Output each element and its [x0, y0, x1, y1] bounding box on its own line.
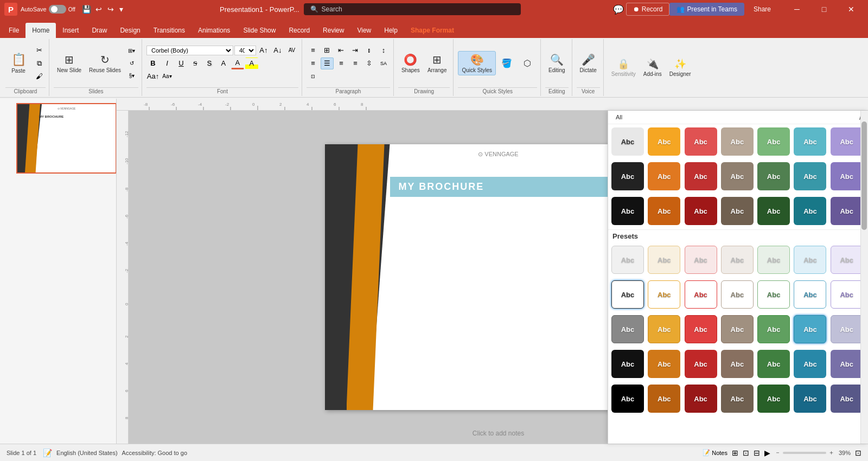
- tab-draw[interactable]: Draw: [85, 23, 113, 38]
- normal-view-button[interactable]: ⊞: [732, 449, 738, 457]
- shape-fill-button[interactable]: 🪣: [497, 56, 516, 70]
- style-cell-style-row1-3[interactable]: Abc: [721, 127, 754, 156]
- style-cell-preset-row1-6[interactable]: Abc: [831, 246, 863, 274]
- zoom-in-button[interactable]: ＋: [828, 449, 834, 457]
- style-cell-style-row2-0[interactable]: Abc: [611, 162, 644, 190]
- shapes-button[interactable]: ⭕ Shapes: [398, 52, 423, 75]
- style-cell-style-row2-5[interactable]: Abc: [794, 162, 826, 190]
- paste-button[interactable]: 📋 Paste: [5, 51, 31, 75]
- style-cell-preset-row4-3[interactable]: Abc: [721, 350, 754, 378]
- style-cell-style-row2-3[interactable]: Abc: [721, 162, 754, 190]
- bullets-button[interactable]: ≡: [307, 44, 320, 56]
- style-cell-preset-row5-1[interactable]: Abc: [648, 385, 680, 413]
- zoom-out-button[interactable]: －: [775, 449, 781, 457]
- quick-styles-button[interactable]: 🎨 Quick Styles: [458, 51, 496, 75]
- autosave-switch[interactable]: [49, 5, 66, 14]
- arrange-button[interactable]: ⊞ Arrange: [424, 52, 450, 75]
- style-cell-preset-row1-2[interactable]: Abc: [685, 246, 717, 274]
- tab-shapeformat[interactable]: Shape Format: [404, 23, 461, 38]
- char-spacing-button[interactable]: AV: [285, 44, 298, 56]
- align-center-button[interactable]: ☰: [321, 57, 334, 69]
- slide-sorter-button[interactable]: ⊡: [743, 449, 749, 457]
- tab-slideshow[interactable]: Slide Show: [237, 23, 282, 38]
- section-button[interactable]: §▾: [125, 70, 138, 82]
- font-color-button[interactable]: A: [231, 57, 244, 69]
- add-ins-button[interactable]: 🔌 Add-ins: [640, 56, 665, 79]
- underline-button[interactable]: U: [175, 57, 188, 69]
- add-text-box-button[interactable]: ⊡: [307, 71, 320, 82]
- all-styles-button[interactable]: All: [612, 113, 626, 121]
- highlight-button[interactable]: A: [245, 57, 258, 69]
- designer-button[interactable]: ✨ Designer: [666, 56, 694, 79]
- share-button[interactable]: Share: [744, 3, 780, 16]
- copy-button[interactable]: ⧉: [33, 57, 46, 69]
- shadow-button[interactable]: S: [203, 57, 216, 69]
- style-cell-style-row3-6[interactable]: Abc: [831, 197, 863, 225]
- dictate-button[interactable]: 🎤 Dictate: [577, 52, 600, 75]
- font-size-select[interactable]: 40: [234, 46, 256, 55]
- decrease-font-button[interactable]: A↓: [271, 44, 284, 56]
- format-painter-button[interactable]: 🖌: [33, 71, 46, 82]
- zoom-slider[interactable]: [783, 452, 826, 454]
- fit-slide-button[interactable]: ⊡: [855, 449, 861, 457]
- numbering-button[interactable]: ⊞: [321, 44, 334, 56]
- style-cell-style-row1-0[interactable]: Abc: [611, 127, 644, 156]
- justify-button[interactable]: ≡: [349, 57, 362, 69]
- scrollbar-track[interactable]: [860, 111, 868, 444]
- tab-review[interactable]: Review: [316, 23, 350, 38]
- style-cell-style-row3-0[interactable]: Abc: [611, 197, 644, 225]
- cut-button[interactable]: ✂: [33, 44, 46, 56]
- editing-button[interactable]: 🔍 Editing: [545, 52, 569, 75]
- tab-animations[interactable]: Animations: [192, 23, 237, 38]
- style-cell-preset-row1-0[interactable]: Abc: [611, 246, 644, 274]
- style-cell-preset-row3-2[interactable]: Abc: [685, 315, 717, 343]
- tab-transitions[interactable]: Transitions: [147, 23, 192, 38]
- reading-view-button[interactable]: ⊟: [754, 449, 760, 457]
- reset-button[interactable]: ↺: [125, 57, 138, 69]
- reuse-slides-button[interactable]: ↻ Reuse Slides: [86, 52, 124, 75]
- decrease-indent-button[interactable]: ⇤: [335, 44, 348, 56]
- sensitivity-button[interactable]: 🔒 Sensitivity: [608, 56, 639, 79]
- style-cell-style-row3-4[interactable]: Abc: [757, 197, 790, 225]
- style-cell-style-row1-2[interactable]: Abc: [685, 127, 717, 156]
- autosave-toggle[interactable]: AutoSave Off: [21, 5, 75, 14]
- align-right-button[interactable]: ≡: [335, 57, 348, 69]
- style-cell-preset-row2-3[interactable]: Abc: [721, 280, 754, 309]
- tab-file[interactable]: File: [2, 23, 25, 38]
- style-cell-preset-row2-6[interactable]: Abc: [831, 280, 863, 309]
- style-cell-preset-row3-3[interactable]: Abc: [721, 315, 754, 343]
- tab-insert[interactable]: Insert: [56, 23, 85, 38]
- line-spacing-button[interactable]: ↕: [377, 44, 390, 56]
- spell-check-icon[interactable]: 📝: [43, 449, 52, 457]
- smartart-button[interactable]: SA: [377, 57, 390, 69]
- style-cell-style-row1-1[interactable]: Abc: [648, 127, 680, 156]
- shape-outline-button[interactable]: ⬡: [518, 56, 537, 70]
- style-cell-preset-row3-5[interactable]: Abc: [794, 315, 826, 343]
- tab-design[interactable]: Design: [113, 23, 146, 38]
- style-cell-style-row1-5[interactable]: Abc: [794, 127, 826, 156]
- style-cell-style-row1-6[interactable]: Abc: [831, 127, 863, 156]
- style-cell-style-row1-4[interactable]: Abc: [757, 127, 790, 156]
- text-direction-button[interactable]: ⇳: [363, 57, 376, 69]
- increase-font-button[interactable]: A↑: [257, 44, 270, 56]
- style-cell-preset-row1-4[interactable]: Abc: [757, 246, 790, 274]
- record-button[interactable]: ⏺ Record: [626, 3, 670, 16]
- comments-button[interactable]: 💬: [611, 3, 626, 16]
- style-cell-preset-row5-2[interactable]: Abc: [685, 385, 717, 413]
- close-button[interactable]: ✕: [839, 0, 864, 18]
- columns-button[interactable]: ⫾: [363, 44, 376, 56]
- style-cell-preset-row3-4[interactable]: Abc: [757, 315, 790, 343]
- style-cell-preset-row4-6[interactable]: Abc: [831, 350, 863, 378]
- style-cell-style-row3-1[interactable]: Abc: [648, 197, 680, 225]
- align-left-button[interactable]: ≡: [307, 57, 320, 69]
- style-cell-preset-row5-0[interactable]: Abc: [611, 385, 644, 413]
- style-cell-preset-row2-0[interactable]: Abc: [611, 280, 644, 309]
- change-case-button[interactable]: Aa▾: [161, 71, 174, 82]
- new-slide-button[interactable]: ⊞ New Slide: [54, 52, 85, 75]
- redo-button[interactable]: ↪: [105, 4, 116, 15]
- present-in-teams-button[interactable]: 👥 Present in Teams: [669, 3, 744, 16]
- increase-indent-button[interactable]: ⇥: [349, 44, 362, 56]
- notes-button[interactable]: 📝 Notes: [703, 449, 727, 456]
- style-cell-style-row3-2[interactable]: Abc: [685, 197, 717, 225]
- style-cell-preset-row4-2[interactable]: Abc: [685, 350, 717, 378]
